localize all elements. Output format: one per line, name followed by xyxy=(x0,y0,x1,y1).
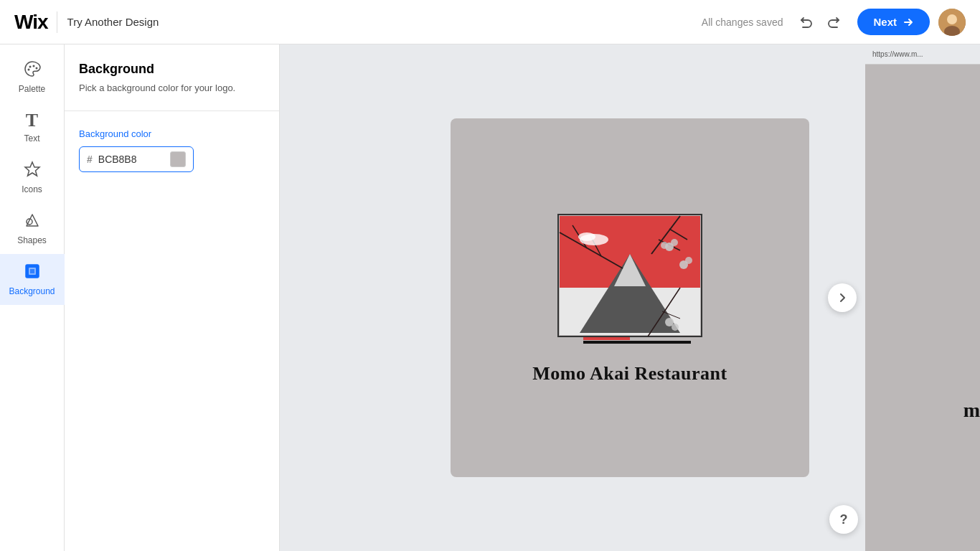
sidebar-item-palette[interactable]: Palette xyxy=(0,52,65,103)
svg-point-26 xyxy=(671,239,678,246)
preview-partial-text: m xyxy=(963,399,980,422)
icons-icon xyxy=(24,161,41,181)
logo-card: Momo Akai Restaurant xyxy=(451,118,809,477)
preview-url: https://www.m... xyxy=(865,44,980,65)
sidebar-label-shapes: Shapes xyxy=(17,235,47,245)
panel-divider xyxy=(65,110,279,111)
save-status: All changes saved xyxy=(702,17,783,28)
text-icon: T xyxy=(26,111,38,130)
canvas-area: Momo Akai Restaurant ? https://www.m... … xyxy=(280,44,980,551)
next-label: Next xyxy=(873,16,897,28)
palette-icon xyxy=(24,60,41,80)
color-hash: # xyxy=(87,154,93,165)
svg-point-33 xyxy=(578,232,595,241)
color-input-row[interactable]: # BCB8B8 xyxy=(79,146,194,172)
color-value: BCB8B8 xyxy=(98,154,164,165)
help-button[interactable]: ? xyxy=(829,505,858,534)
redo-button[interactable] xyxy=(823,11,846,34)
svg-point-6 xyxy=(35,67,37,70)
panel-subtitle: Pick a background color for your logo. xyxy=(79,83,265,93)
svg-point-1 xyxy=(947,14,957,24)
sidebar-item-shapes[interactable]: Shapes xyxy=(0,203,65,254)
logo-name: Momo Akai Restaurant xyxy=(532,363,727,385)
icon-sidebar: Palette T Text Icons Shapes xyxy=(0,44,65,551)
background-panel: Background Pick a background color for y… xyxy=(65,44,280,551)
wix-logo: Wix xyxy=(14,11,48,34)
svg-rect-11 xyxy=(30,269,34,273)
right-preview-panel: https://www.m... m xyxy=(865,44,980,551)
color-swatch[interactable] xyxy=(170,151,186,167)
next-button[interactable]: Next xyxy=(857,9,930,35)
header-title: Try Another Design xyxy=(67,16,702,28)
svg-point-4 xyxy=(29,66,31,68)
sidebar-item-text[interactable]: T Text xyxy=(0,103,65,152)
panel-title: Background xyxy=(79,62,265,77)
header-divider xyxy=(57,11,57,33)
help-icon: ? xyxy=(840,512,848,527)
sidebar-label-text: Text xyxy=(24,133,39,143)
logo-artwork xyxy=(537,211,723,354)
undo-redo-group xyxy=(794,11,846,34)
chevron-right-button[interactable] xyxy=(828,283,857,312)
user-avatar[interactable] xyxy=(938,9,966,36)
svg-point-29 xyxy=(685,257,692,264)
sidebar-label-palette: Palette xyxy=(19,84,45,94)
sidebar-item-icons[interactable]: Icons xyxy=(0,152,65,203)
sidebar-label-icons: Icons xyxy=(22,184,42,194)
header: Wix Try Another Design All changes saved… xyxy=(0,0,980,44)
undo-button[interactable] xyxy=(794,11,817,34)
svg-point-5 xyxy=(32,65,34,67)
preview-inner: m xyxy=(865,65,980,551)
background-icon xyxy=(24,263,41,283)
sidebar-label-background: Background xyxy=(9,286,55,296)
svg-point-3 xyxy=(27,69,29,71)
sidebar-item-background[interactable]: Background xyxy=(0,254,65,305)
main-layout: Palette T Text Icons Shapes xyxy=(0,44,980,551)
svg-point-27 xyxy=(661,242,668,249)
svg-marker-7 xyxy=(25,162,39,176)
color-label: Background color xyxy=(79,128,265,139)
shapes-icon xyxy=(24,212,41,232)
svg-point-31 xyxy=(672,324,679,331)
